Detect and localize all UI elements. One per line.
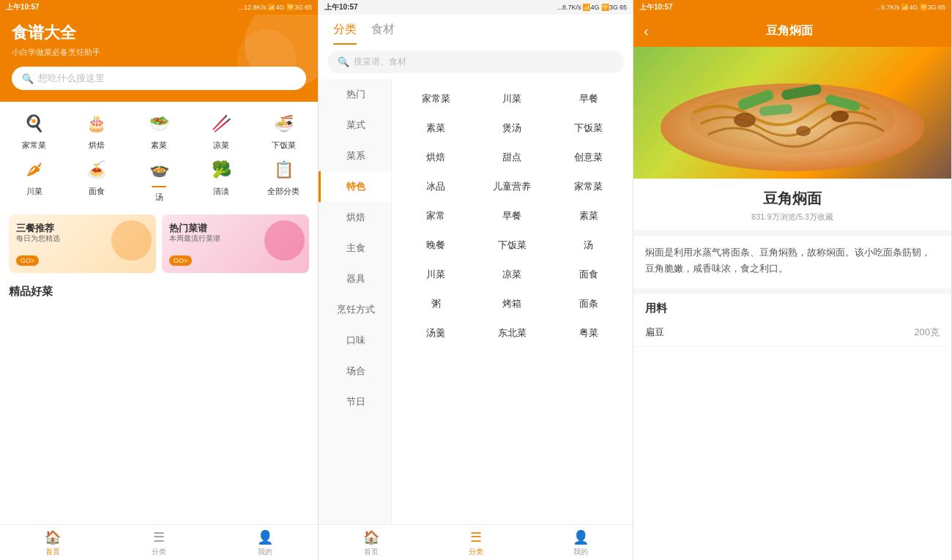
grid-cell-veg2[interactable]: 素菜 bbox=[551, 202, 627, 230]
grid-cell-dessert[interactable]: 甜点 bbox=[474, 143, 550, 171]
ingredient-row-1: 扁豆 200克 bbox=[633, 318, 951, 347]
banner-meal-img bbox=[111, 220, 152, 261]
grid-cell-breakfast[interactable]: 早餐 bbox=[551, 85, 627, 113]
cat-baking[interactable]: 🎂 烘焙 bbox=[65, 111, 127, 151]
bottom-nav-2: 🏠 首页 ☰ 分类 👤 我的 bbox=[319, 524, 633, 560]
search-placeholder-home: 想吃什么搜这里 bbox=[38, 72, 105, 85]
home-header: 食谱大全 小白学做菜必备烹饪助手 🔍 想吃什么搜这里 bbox=[0, 15, 318, 102]
banner-hot-img bbox=[264, 220, 305, 261]
dish-stats: 831.9万浏览/5.3万收藏 bbox=[633, 212, 951, 223]
grid-cell-homecooking[interactable]: 家常菜 bbox=[398, 85, 474, 113]
grid-cell-broth[interactable]: 汤羹 bbox=[398, 319, 474, 347]
category-search[interactable]: 🔍 搜菜谱、食材 bbox=[327, 51, 624, 73]
cat-homecooking[interactable]: 🍳 家常菜 bbox=[3, 111, 65, 151]
banner-hot[interactable]: 热门菜谱 本周最流行菜谱 GO> bbox=[162, 214, 309, 273]
grid-cell-dinner[interactable]: 晚餐 bbox=[398, 231, 474, 259]
cat-ricedish[interactable]: 🍜 下饭菜 bbox=[253, 111, 315, 151]
home-nav-icon-1: 🏠 bbox=[45, 529, 61, 545]
cat-label-homecooking: 家常菜 bbox=[22, 140, 46, 151]
grid-cell-sichuan[interactable]: 川菜 bbox=[474, 85, 550, 113]
grid-cell-noodle[interactable]: 面食 bbox=[551, 261, 627, 288]
nav-home-1[interactable]: 🏠 首页 bbox=[0, 529, 106, 557]
mine-nav-icon-1: 👤 bbox=[257, 529, 273, 545]
cat-label-noodles: 面食 bbox=[89, 186, 105, 197]
tab-category[interactable]: 分类 bbox=[333, 22, 357, 45]
ingredient-name-1: 扁豆 bbox=[645, 326, 664, 339]
cat-icon-all: 📋 bbox=[270, 157, 297, 183]
sidebar-item-holiday[interactable]: 节日 bbox=[319, 387, 391, 417]
grid-cell-bake[interactable]: 烘焙 bbox=[398, 143, 474, 171]
nav-mine-1[interactable]: 👤 我的 bbox=[212, 529, 318, 557]
sidebar-item-staple[interactable]: 主食 bbox=[319, 233, 391, 264]
grid-cell-sichuan2[interactable]: 川菜 bbox=[398, 261, 474, 288]
search-placeholder-category: 搜菜谱、食材 bbox=[354, 56, 406, 68]
nav-category-1[interactable]: ☰ 分类 bbox=[106, 529, 212, 557]
banner-meal[interactable]: 三餐推荐 每日为您精选 GO> bbox=[9, 214, 156, 273]
divider-1 bbox=[633, 230, 951, 236]
back-button[interactable]: ‹ bbox=[644, 23, 649, 40]
grid-cell-oven[interactable]: 烤箱 bbox=[474, 290, 550, 318]
grid-cell-home3[interactable]: 家常 bbox=[398, 202, 474, 230]
grid-cell-northeast[interactable]: 东北菜 bbox=[474, 319, 550, 347]
detail-header-title: 豆角焖面 bbox=[656, 23, 923, 39]
grid-cell-stew[interactable]: 煲汤 bbox=[474, 114, 550, 142]
cat-vegetarian[interactable]: 🥗 素菜 bbox=[127, 111, 190, 151]
banner-hot-btn[interactable]: GO> bbox=[169, 255, 192, 266]
nav-mine-label-2: 我的 bbox=[573, 547, 588, 557]
grid-row-1: 家常菜 川菜 早餐 bbox=[398, 85, 627, 113]
grid-cell-veg[interactable]: 素菜 bbox=[398, 114, 474, 142]
sidebar-item-taste[interactable]: 口味 bbox=[319, 325, 391, 356]
sidebar-item-occasion[interactable]: 场合 bbox=[319, 356, 391, 387]
cat-label-cold: 凉菜 bbox=[213, 140, 229, 151]
grid-cell-kids[interactable]: 儿童营养 bbox=[474, 173, 550, 201]
category-sidebar: 热门 菜式 菜系 特色 烘焙 主食 器具 烹饪方式 口味 场合 节日 bbox=[319, 79, 392, 524]
cat-cold[interactable]: 🥢 凉菜 bbox=[190, 111, 253, 151]
cat-soup[interactable]: 🍲 汤 bbox=[127, 157, 190, 203]
signal-3: ...9.7K/s 📶4G 🛜3G 65 bbox=[875, 4, 945, 11]
sidebar-item-cuisine[interactable]: 菜系 bbox=[319, 141, 391, 171]
cat-light[interactable]: 🥦 清淡 bbox=[190, 157, 253, 203]
nav-mine-2[interactable]: 👤 我的 bbox=[528, 529, 633, 557]
category-row-1: 🍳 家常菜 🎂 烘焙 🥗 素菜 🥢 凉菜 🍜 下饭菜 bbox=[0, 102, 318, 154]
grid-cell-ice[interactable]: 冰品 bbox=[398, 173, 474, 201]
sidebar-item-utensil[interactable]: 器具 bbox=[319, 264, 391, 294]
sidebar-item-hot[interactable]: 热门 bbox=[319, 79, 391, 110]
cat-sichuan[interactable]: 🌶 川菜 bbox=[3, 157, 65, 203]
grid-cell-riceside[interactable]: 下饭菜 bbox=[551, 114, 627, 142]
tab-ingredient[interactable]: 食材 bbox=[371, 22, 395, 45]
sidebar-item-baking2[interactable]: 烘焙 bbox=[319, 202, 391, 233]
signal-2: ...8.7K/s 📶4G 🛜3G 65 bbox=[557, 4, 627, 11]
dish-description: 焖面是利用水蒸气将面条、豆角焖熟，故称焖面。该小吃面条筋韧，豆角脆嫩，咸香味浓，… bbox=[633, 236, 951, 285]
time-2: 上午10:57 bbox=[324, 2, 358, 12]
grid-cell-creative[interactable]: 创意菜 bbox=[551, 143, 627, 171]
grid-cell-porridge[interactable]: 粥 bbox=[398, 290, 474, 318]
category-grid: 家常菜 川菜 早餐 素菜 煲汤 下饭菜 烘焙 甜点 创意菜 冰品 儿童营养 家常… bbox=[392, 79, 633, 524]
grid-cell-soup[interactable]: 汤 bbox=[551, 231, 627, 259]
status-bar-2: 上午10:57 ...8.7K/s 📶4G 🛜3G 65 bbox=[319, 0, 633, 15]
grid-cell-home2[interactable]: 家常菜 bbox=[551, 173, 627, 201]
nav-home-2[interactable]: 🏠 首页 bbox=[319, 529, 423, 557]
home-search-bar[interactable]: 🔍 想吃什么搜这里 bbox=[12, 67, 306, 90]
grid-cell-cantonese[interactable]: 粤菜 bbox=[551, 319, 627, 347]
nav-mine-label-1: 我的 bbox=[258, 547, 272, 557]
grid-cell-cold[interactable]: 凉菜 bbox=[474, 261, 550, 288]
sidebar-item-dishtype[interactable]: 菜式 bbox=[319, 110, 391, 141]
banner-section: 三餐推荐 每日为您精选 GO> 热门菜谱 本周最流行菜谱 GO> bbox=[0, 209, 318, 279]
cat-noodles[interactable]: 🍝 面食 bbox=[65, 157, 127, 203]
sidebar-item-special[interactable]: 特色 bbox=[319, 171, 391, 202]
banner-meal-sub: 每日为您精选 bbox=[16, 234, 60, 244]
cat-label-soup: 汤 bbox=[155, 192, 163, 203]
grid-cell-noodle2[interactable]: 面条 bbox=[551, 290, 627, 318]
home-nav-icon-2: 🏠 bbox=[363, 529, 379, 545]
grid-row-8: 粥 烤箱 面条 bbox=[398, 290, 627, 318]
grid-cell-breakfast2[interactable]: 早餐 bbox=[474, 202, 550, 230]
app-title: 食谱大全 bbox=[12, 22, 306, 44]
cat-all[interactable]: 📋 全部分类 bbox=[253, 157, 315, 203]
nav-category-2[interactable]: ☰ 分类 bbox=[423, 529, 528, 557]
divider-2 bbox=[633, 288, 951, 294]
banner-meal-btn[interactable]: GO> bbox=[16, 255, 39, 266]
sidebar-item-cooking-method[interactable]: 烹饪方式 bbox=[319, 294, 391, 325]
grid-cell-riceside2[interactable]: 下饭菜 bbox=[474, 231, 550, 259]
cat-label-light: 清淡 bbox=[213, 186, 229, 197]
time-3: 上午10:57 bbox=[639, 2, 673, 12]
